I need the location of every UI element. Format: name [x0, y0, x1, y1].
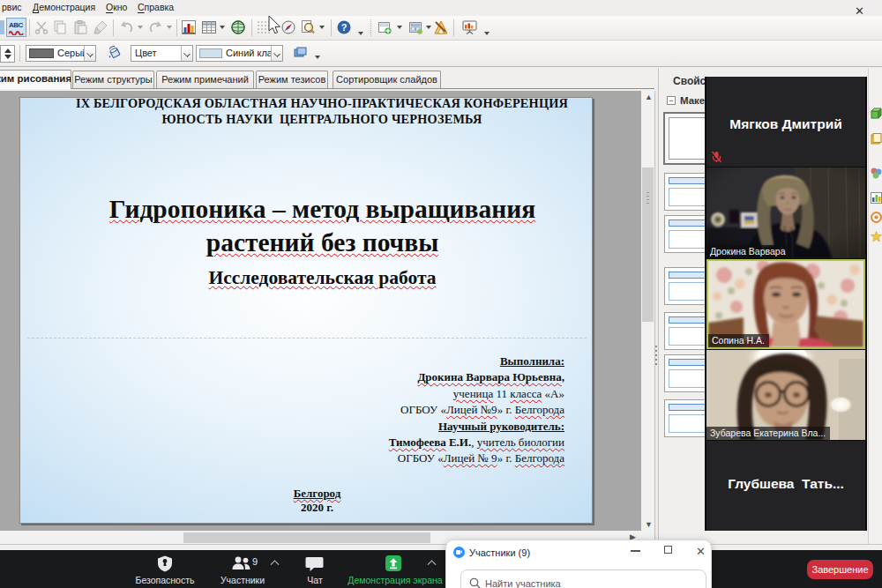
svg-text:?: ? — [341, 22, 348, 33]
